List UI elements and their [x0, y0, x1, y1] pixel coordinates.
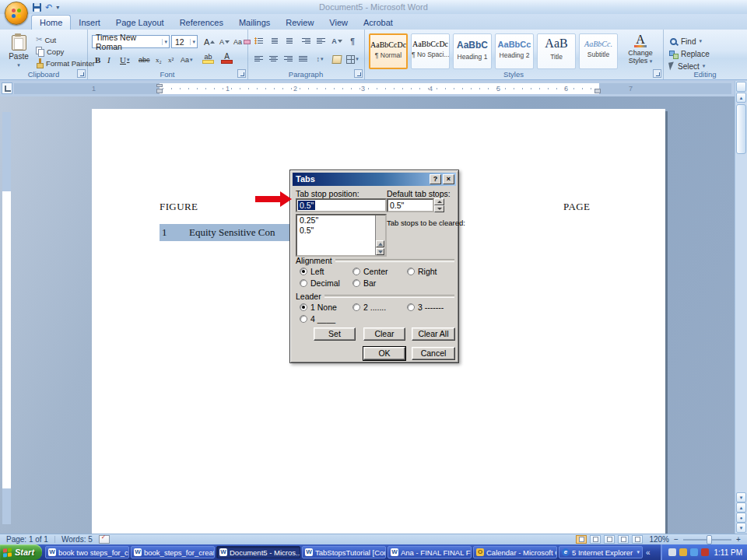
- tab-references[interactable]: References: [172, 16, 231, 30]
- set-button[interactable]: Set: [314, 327, 356, 341]
- align-left-button[interactable]: [251, 53, 265, 65]
- first-line-indent-marker[interactable]: [156, 84, 163, 87]
- taskbar-item-ana-final[interactable]: W Ana - FINAL FINAL FIN...: [388, 546, 472, 558]
- print-layout-view-button[interactable]: [576, 535, 587, 544]
- replace-button[interactable]: Replace: [669, 48, 710, 59]
- tab-selector-button[interactable]: [2, 82, 12, 94]
- alignment-decimal-radio[interactable]: Decimal: [300, 278, 340, 288]
- alignment-right-radio[interactable]: Right: [407, 267, 437, 276]
- superscript-button[interactable]: x²: [165, 53, 177, 66]
- font-size-combobox[interactable]: 12 ▾: [171, 35, 198, 48]
- zoom-out-button[interactable]: −: [672, 535, 680, 544]
- alignment-bar-radio[interactable]: Bar: [352, 278, 376, 288]
- horizontal-ruler[interactable]: 1 1 2 3 4 5 6 7: [14, 83, 731, 94]
- multilevel-list-button[interactable]: [281, 35, 295, 47]
- decrease-indent-button[interactable]: [299, 35, 313, 47]
- word-count-status[interactable]: Words: 5: [61, 535, 93, 544]
- zoom-level[interactable]: 120%: [649, 535, 669, 544]
- sort-button[interactable]: A: [330, 35, 344, 47]
- list-item[interactable]: 0.5": [297, 226, 385, 236]
- start-button[interactable]: Start: [0, 544, 42, 560]
- dialog-help-button[interactable]: ?: [430, 174, 441, 184]
- font-family-combobox[interactable]: Times New Roman ▾: [92, 35, 170, 48]
- show-hide-paragraph-button[interactable]: ¶: [345, 35, 359, 47]
- copy-button[interactable]: Copy: [36, 46, 64, 57]
- taskbar-chevron-icon[interactable]: «: [646, 548, 651, 557]
- listbox-scroll-down-button[interactable]: [376, 248, 384, 255]
- spinner-down-button[interactable]: [434, 205, 444, 212]
- tab-page-layout[interactable]: Page Layout: [108, 16, 172, 30]
- scrollbar-thumb[interactable]: [736, 104, 746, 154]
- tab-acrobat[interactable]: Acrobat: [356, 16, 401, 30]
- change-case-button[interactable]: Aa▾: [177, 53, 196, 66]
- tab-view[interactable]: View: [321, 16, 356, 30]
- increase-indent-button[interactable]: [314, 35, 328, 47]
- cut-button[interactable]: ✂ Cut: [36, 34, 56, 45]
- tray-icon-4[interactable]: [701, 548, 709, 556]
- list-item[interactable]: 0.25": [297, 215, 385, 226]
- web-layout-view-button[interactable]: [604, 535, 615, 544]
- select-browse-object-button[interactable]: ●: [736, 513, 746, 523]
- next-page-button[interactable]: ▼: [736, 523, 746, 533]
- ok-button[interactable]: OK: [363, 347, 405, 360]
- taskbar-item-tabstops-tutorial[interactable]: W TabStopsTutorial [Com...: [302, 546, 386, 558]
- listbox-scrollbar[interactable]: [375, 215, 385, 255]
- listbox-scroll-up-button[interactable]: [376, 240, 384, 247]
- grow-font-button[interactable]: A: [201, 35, 218, 48]
- leader-dashes-radio[interactable]: 3 -------: [407, 303, 444, 312]
- tray-icon-1[interactable]: [668, 548, 676, 556]
- tab-review[interactable]: Review: [278, 16, 321, 30]
- dialog-close-button[interactable]: ×: [443, 174, 454, 184]
- tab-home[interactable]: Home: [31, 15, 71, 30]
- tray-icon-3[interactable]: [690, 548, 698, 556]
- tab-stop-listbox[interactable]: 0.25" 0.5": [296, 214, 387, 257]
- selected-text-line[interactable]: 1 Equity Sensitive Con: [160, 224, 290, 241]
- tab-mailings[interactable]: Mailings: [231, 16, 278, 30]
- style-normal[interactable]: AaBbCcDc ¶ Normal: [369, 33, 408, 69]
- taskbar-item-word-doc-2[interactable]: W book_steps_for_creati...: [131, 546, 215, 558]
- change-styles-button[interactable]: A Change Styles ▾: [621, 33, 660, 74]
- clock[interactable]: 1:11 PM: [714, 548, 743, 557]
- page-count-status[interactable]: Page: 1 of 1: [6, 535, 48, 544]
- style-no-spacing[interactable]: AaBbCcDc ¶ No Spaci...: [411, 33, 450, 69]
- find-button[interactable]: Find ▾: [669, 36, 702, 47]
- default-tab-stops-spinner[interactable]: 0.5": [387, 198, 444, 212]
- office-button[interactable]: [5, 2, 28, 25]
- justify-button[interactable]: [296, 53, 310, 65]
- highlight-color-button[interactable]: ab: [199, 51, 217, 65]
- spinner-up-button[interactable]: [434, 198, 444, 205]
- cancel-button[interactable]: Cancel: [412, 347, 455, 360]
- full-screen-view-button[interactable]: [590, 535, 601, 544]
- underline-button[interactable]: U▾: [117, 53, 132, 66]
- align-center-button[interactable]: [266, 53, 280, 65]
- borders-button[interactable]: ▾: [345, 53, 359, 65]
- alignment-center-radio[interactable]: Center: [352, 267, 388, 276]
- tabs-dialog-titlebar[interactable]: Tabs ? ×: [293, 173, 456, 186]
- vertical-ruler[interactable]: [2, 112, 11, 524]
- zoom-in-button[interactable]: +: [735, 535, 742, 544]
- hanging-indent-marker[interactable]: [156, 89, 163, 93]
- vertical-scrollbar[interactable]: ▲ ▼ ▲ ● ▼: [735, 81, 747, 534]
- zoom-slider[interactable]: [683, 539, 731, 541]
- paste-button[interactable]: Paste ▾: [4, 33, 33, 69]
- right-indent-marker[interactable]: [594, 89, 601, 93]
- alignment-left-radio[interactable]: Left: [300, 267, 324, 276]
- strikethrough-button[interactable]: abc: [135, 53, 153, 66]
- italic-button[interactable]: I: [104, 53, 114, 66]
- draft-view-button[interactable]: [632, 535, 643, 544]
- numbering-button[interactable]: [266, 35, 280, 47]
- bold-button[interactable]: B: [92, 53, 103, 66]
- format-painter-button[interactable]: Format Painter: [36, 58, 95, 68]
- spellcheck-status-icon[interactable]: ✓: [99, 535, 110, 544]
- previous-page-button[interactable]: ▲: [736, 502, 746, 513]
- leader-dots-radio[interactable]: 2 .......: [352, 303, 386, 312]
- taskbar-item-internet-explorer-group[interactable]: e 5 Internet Explorer ▾: [559, 546, 643, 558]
- style-heading-2[interactable]: AaBbCc Heading 2: [495, 33, 534, 69]
- leader-none-radio[interactable]: 1 None: [300, 303, 337, 312]
- outline-view-button[interactable]: [618, 535, 629, 544]
- scroll-down-button[interactable]: ▼: [736, 492, 746, 502]
- ruler-toggle-button[interactable]: [736, 82, 746, 92]
- taskbar-item-word-doc-1[interactable]: W book two steps_for_cr...: [45, 546, 129, 558]
- leader-underline-radio[interactable]: 4 ____: [300, 314, 335, 324]
- font-color-button[interactable]: A: [218, 51, 236, 65]
